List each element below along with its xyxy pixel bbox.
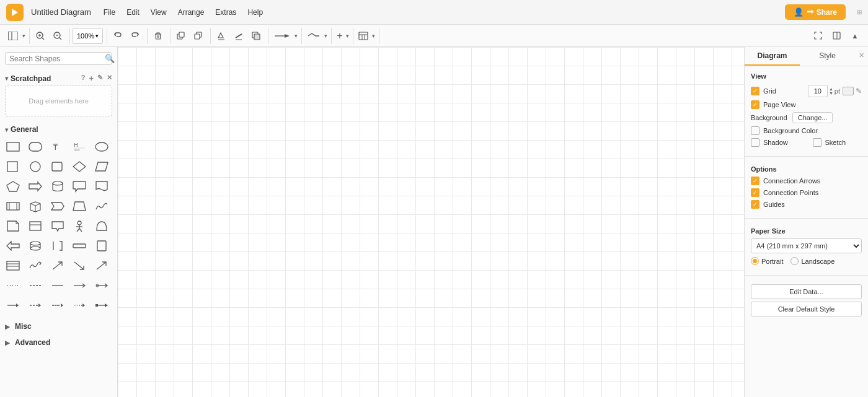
shape-diamond[interactable]: [70, 157, 89, 176]
shape-half-circle[interactable]: [92, 217, 111, 235]
shape-dotted-line[interactable]: [4, 276, 22, 295]
grid-spin-down[interactable]: ▼: [829, 91, 833, 95]
scratchpad-help-icon[interactable]: ?: [81, 74, 86, 83]
shadow-toggle-button[interactable]: [248, 28, 264, 44]
shape-trapezoid[interactable]: [70, 197, 89, 216]
shape-horizontal-bar[interactable]: [70, 237, 89, 255]
connection-points-checkbox[interactable]: ✓: [751, 188, 760, 197]
undo-button[interactable]: [110, 28, 126, 44]
zoom-out-button[interactable]: [50, 28, 66, 44]
shape-box-note[interactable]: [26, 217, 45, 235]
shape-diagonal-arrow1[interactable]: [48, 256, 67, 275]
misc-section-header[interactable]: ▶ Misc: [0, 318, 117, 334]
shape-arrow-line[interactable]: [70, 276, 89, 295]
to-back-button[interactable]: [190, 28, 206, 44]
shape-comment[interactable]: [48, 217, 67, 235]
collapse-button[interactable]: ▲: [847, 28, 863, 44]
menu-edit[interactable]: Edit: [122, 6, 144, 19]
shape-rounded-rect[interactable]: [26, 137, 45, 156]
shape-connector-arrow[interactable]: [92, 296, 111, 315]
shape-dash-line[interactable]: [26, 276, 45, 295]
sidebar-toggle-button[interactable]: [5, 28, 21, 44]
delete-button[interactable]: [150, 28, 166, 44]
shape-left-arrow[interactable]: [4, 237, 22, 255]
share-button[interactable]: 👤 ⮕ Share: [785, 4, 846, 20]
shape-diagonal-arrow3[interactable]: [92, 256, 111, 275]
shape-person[interactable]: [70, 217, 89, 235]
shape-dash-arrow[interactable]: [26, 296, 45, 315]
table-button[interactable]: [356, 28, 371, 44]
format-panel-button[interactable]: [828, 28, 844, 44]
menu-file[interactable]: File: [99, 6, 120, 19]
connection-style-button[interactable]: [271, 28, 293, 44]
fill-color-button[interactable]: [213, 28, 229, 44]
shape-arrow-right[interactable]: [26, 177, 45, 196]
to-front-button[interactable]: [173, 28, 189, 44]
bg-color-checkbox[interactable]: [751, 126, 760, 135]
menu-arrange[interactable]: Arrange: [173, 6, 210, 19]
sketch-checkbox[interactable]: [813, 138, 822, 147]
shape-pentagon[interactable]: [4, 177, 22, 196]
shape-squiggle[interactable]: [92, 197, 111, 216]
tab-diagram[interactable]: Diagram: [745, 47, 800, 66]
shape-dash-dot-arrow[interactable]: [48, 296, 67, 315]
search-input[interactable]: [9, 55, 102, 63]
scratchpad-close-icon[interactable]: ✕: [107, 74, 112, 83]
guides-checkbox[interactable]: ✓: [751, 200, 760, 209]
shape-rectangle[interactable]: [4, 137, 22, 156]
zoom-level-dropdown[interactable]: 100% ▾: [73, 28, 103, 44]
shape-wave-document[interactable]: [92, 177, 111, 196]
portrait-option[interactable]: Portrait: [751, 257, 783, 265]
stroke-color-button[interactable]: [231, 28, 247, 44]
edit-data-button[interactable]: Edit Data...: [751, 284, 862, 299]
fullscreen-button[interactable]: [810, 28, 826, 44]
page-view-checkbox[interactable]: ✓: [751, 100, 760, 109]
shadow-checkbox[interactable]: [751, 138, 760, 147]
connection-arrows-checkbox[interactable]: ✓: [751, 177, 760, 185]
shape-heading[interactable]: Htext: [70, 137, 89, 156]
advanced-section-header[interactable]: ▶ Advanced: [0, 334, 117, 351]
shape-plain-arrow[interactable]: [4, 296, 22, 315]
waypoint-button[interactable]: [304, 28, 323, 44]
scratchpad-edit-icon[interactable]: ✎: [97, 74, 103, 83]
add-shape-button[interactable]: +: [334, 28, 345, 44]
shape-list[interactable]: [4, 256, 22, 275]
shape-small-rounded[interactable]: [48, 157, 67, 176]
grid-value-input[interactable]: [808, 85, 828, 97]
shape-double-arrow-line[interactable]: [92, 276, 111, 295]
shape-bracket[interactable]: [48, 237, 67, 255]
shape-speech-bubble[interactable]: [70, 177, 89, 196]
shape-line[interactable]: [48, 276, 67, 295]
portrait-radio[interactable]: [751, 257, 759, 265]
clear-default-style-button[interactable]: Clear Default Style: [751, 302, 862, 316]
shape-text[interactable]: T: [48, 137, 67, 156]
panel-close-button[interactable]: ✕: [855, 47, 868, 66]
shape-cylinder[interactable]: [48, 177, 67, 196]
shape-ellipse[interactable]: [92, 137, 111, 156]
canvas[interactable]: [118, 47, 744, 397]
redo-button[interactable]: [127, 28, 143, 44]
shape-process[interactable]: [4, 197, 22, 216]
change-background-button[interactable]: Change...: [792, 112, 833, 123]
general-section-header[interactable]: ▾ General: [0, 121, 117, 136]
shape-parallelogram[interactable]: [92, 157, 111, 176]
shape-drum[interactable]: [26, 237, 45, 255]
landscape-option[interactable]: Landscape: [790, 257, 835, 265]
shape-cube[interactable]: [26, 197, 45, 216]
shape-note[interactable]: [4, 217, 22, 235]
shape-diagonal-arrow2[interactable]: [70, 256, 89, 275]
shape-dot-dot-arrow[interactable]: [70, 296, 89, 315]
grid-edit-icon[interactable]: ✎: [856, 87, 862, 95]
shape-square[interactable]: [4, 157, 22, 176]
shape-squiggle-arrow[interactable]: [26, 256, 45, 275]
tab-style[interactable]: Style: [800, 47, 855, 66]
shape-tall-rect[interactable]: [92, 237, 111, 255]
grid-spin-up[interactable]: ▲: [829, 87, 833, 91]
paper-size-select[interactable]: A4 (210 mm x 297 mm): [751, 238, 862, 253]
shape-chevron[interactable]: [48, 197, 67, 216]
menu-help[interactable]: Help: [242, 6, 268, 19]
scratchpad-header[interactable]: ▾ Scratchpad ? + ✎ ✕: [0, 70, 117, 85]
grid-color-swatch[interactable]: [843, 87, 854, 95]
landscape-radio[interactable]: [790, 257, 799, 265]
shape-circle[interactable]: [26, 157, 45, 176]
